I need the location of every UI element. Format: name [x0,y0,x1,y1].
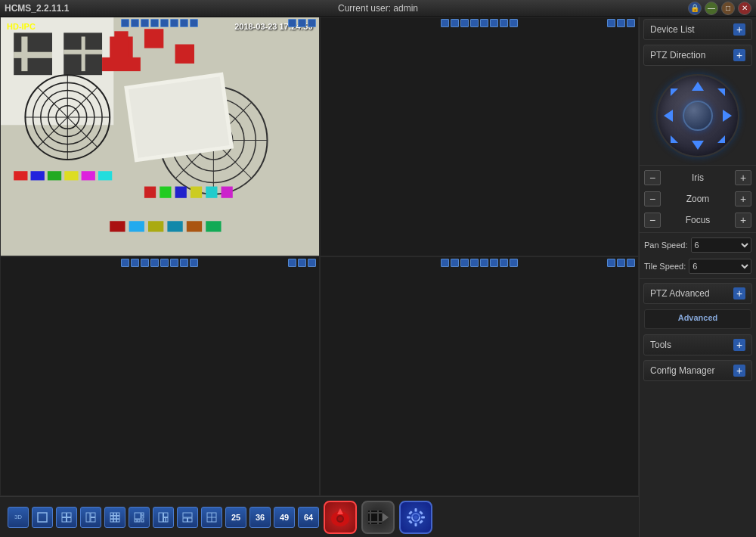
minimize-button[interactable]: — [705,2,718,15]
cell3-r-icon-2[interactable] [298,259,306,267]
ptz-advanced-button[interactable]: PTZ Advanced + [643,283,752,304]
cell-icon-7[interactable] [180,19,188,27]
cell3-icon-4[interactable] [150,259,159,267]
view-25-button[interactable]: 25 [225,507,246,528]
ptz-upright-button[interactable] [712,85,729,101]
cell4-icon-1[interactable] [441,259,449,267]
ptz-downleft-button[interactable] [667,130,683,147]
pan-speed-select[interactable]: 6 1234 578910 [691,237,752,253]
lock-button[interactable]: 🔒 [688,2,702,15]
view-36-button[interactable]: 36 [249,507,271,528]
cell2-r-icon-3[interactable] [627,19,635,27]
video-cell-2[interactable] [320,17,640,256]
svg-marker-106 [692,82,704,91]
view-mix2-button[interactable] [153,507,174,528]
config-icon-button[interactable] [399,501,432,534]
cell2-icon-1[interactable] [441,19,449,27]
cell2-r-icon-1[interactable] [607,19,615,27]
focus-plus-button[interactable]: + [735,213,751,228]
cell-icon-1[interactable] [121,19,129,27]
cell2-icon-6[interactable] [490,19,498,27]
cell-icon-6[interactable] [170,19,178,27]
iris-plus-button[interactable]: + [735,170,751,185]
video-cell-1[interactable]: HD-IPC 2018-03-23 17:24:50 [0,17,320,256]
device-list-plus-icon[interactable]: + [733,23,745,36]
cell4-icon-2[interactable] [451,259,459,267]
cell4-r-icon-1[interactable] [607,259,615,267]
view-1p3-button[interactable] [80,507,101,528]
focus-minus-button[interactable]: − [644,213,661,228]
cell4-icon-6[interactable] [490,259,498,267]
cell2-icon-3[interactable] [460,19,469,27]
cell3-icon-1[interactable] [121,259,129,267]
device-list-button[interactable]: Device List + [643,19,752,40]
ptz-direction-button[interactable]: PTZ Direction + [643,45,752,66]
cell2-icon-8[interactable] [510,19,518,27]
cell3-r-icon-1[interactable] [288,259,296,267]
close-button[interactable]: ✕ [738,2,751,15]
cell4-icon-7[interactable] [500,259,508,267]
view-mix4-button[interactable] [201,507,222,528]
video-cell-3[interactable] [0,256,320,496]
zoom-minus-button[interactable]: − [644,191,661,206]
maximize-button[interactable]: □ [721,2,735,15]
ptz-right-button[interactable] [719,107,736,124]
cell4-r-icon-3[interactable] [627,259,635,267]
view-2x2-button[interactable] [56,507,77,528]
cell-4-right-icons [607,259,635,267]
cell4-icon-5[interactable] [480,259,488,267]
cell3-icon-2[interactable] [131,259,139,267]
view-64-button[interactable]: 64 [298,507,319,528]
cell-2-top-icons [441,19,518,27]
zoom-plus-button[interactable]: + [735,191,751,206]
ptz-advanced-plus-icon[interactable]: + [733,287,745,300]
ptz-upleft-button[interactable] [667,85,683,101]
ptz-downright-button[interactable] [712,130,729,147]
ptz-down-button[interactable] [689,137,706,154]
cell3-icon-5[interactable] [160,259,169,267]
cell4-icon-3[interactable] [460,259,469,267]
cell-r-icon-2[interactable] [298,19,306,27]
view-49-button[interactable]: 49 [274,507,295,528]
config-manager-plus-icon[interactable]: + [733,365,745,377]
cell2-icon-4[interactable] [470,19,479,27]
cell3-r-icon-3[interactable] [308,259,316,267]
tools-plus-icon[interactable]: + [733,339,745,351]
ptz-direction-plus-icon[interactable]: + [733,49,745,61]
cell-r-icon-1[interactable] [288,19,296,27]
view-3d-button[interactable]: 3D [8,507,29,528]
tile-speed-select[interactable]: 6 1234 578910 [689,259,751,274]
view-3d-label: 3D [14,514,22,520]
cell4-icon-4[interactable] [470,259,479,267]
cell-icon-5[interactable] [160,19,169,27]
iris-minus-button[interactable]: − [644,170,661,185]
cell-icon-3[interactable] [141,19,149,27]
view-3x3-button[interactable] [104,507,125,528]
cell-icon-8[interactable] [190,19,198,27]
cell2-icon-2[interactable] [451,19,459,27]
alarm-icon-button[interactable] [324,501,357,534]
cell2-r-icon-2[interactable] [617,19,625,27]
cell-icon-4[interactable] [150,19,159,27]
video-icon-button[interactable] [361,501,395,534]
cell4-r-icon-2[interactable] [617,259,625,267]
config-manager-button[interactable]: Config Manager + [643,360,752,381]
video-cell-4[interactable] [320,256,640,496]
cell-icon-2[interactable] [131,19,139,27]
tools-button[interactable]: Tools + [643,334,752,355]
ptz-up-button[interactable] [689,78,706,95]
view-mix1-button[interactable] [129,507,150,528]
cell2-icon-5[interactable] [480,19,488,27]
view-mix3-button[interactable] [177,507,198,528]
svg-rect-12 [175,45,194,64]
ptz-left-button[interactable] [660,107,677,124]
cell2-icon-7[interactable] [500,19,508,27]
cell3-icon-7[interactable] [180,259,188,267]
cell3-icon-3[interactable] [141,259,149,267]
cell3-icon-6[interactable] [170,259,178,267]
cell4-icon-8[interactable] [510,259,518,267]
joystick-center[interactable] [683,101,713,131]
cell-r-icon-3[interactable] [308,19,316,27]
view-1x1-button[interactable] [32,507,53,528]
cell3-icon-8[interactable] [190,259,198,267]
